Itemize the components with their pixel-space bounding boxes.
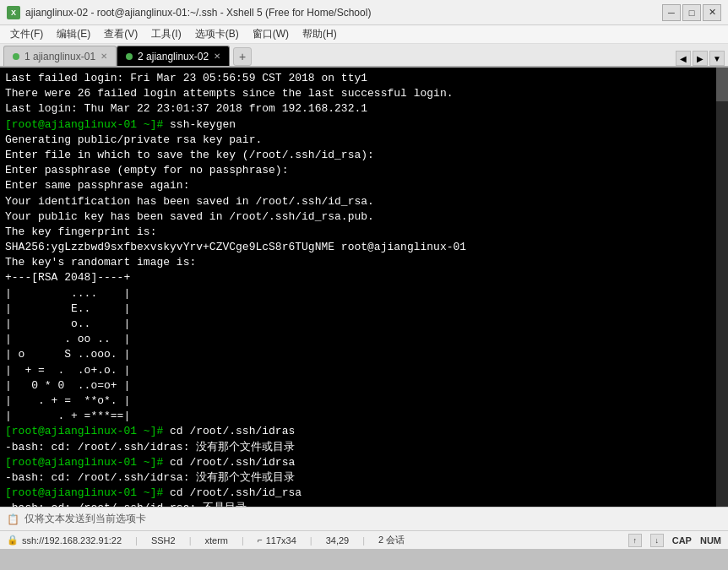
connection-status: 🔒 ssh://192.168.232.91:22 — [7, 535, 122, 546]
input-bar-icon: 📋 — [7, 513, 19, 525]
term-line-3: Last login: Thu Mar 22 23:01:37 2018 fro… — [5, 101, 723, 117]
status-right: ↑ ↓ CAP NUM — [628, 534, 721, 547]
tab-add-button[interactable]: + — [233, 47, 252, 66]
scrollbar-thumb[interactable] — [716, 68, 728, 101]
sessions-label: 2 会话 — [378, 534, 405, 546]
title-bar: X ajianglinux-02 - root@ajianglinux-01:~… — [0, 0, 728, 25]
size-icon: ⌐ — [258, 535, 263, 545]
term-line-29: -bash: cd: /root/.ssh/id_rsa: 不是目录 — [5, 501, 723, 507]
term-line-23: | . + =***==| — [5, 409, 723, 424]
term-line-24: [root@ajianglinux-01 ~]# cd /root/.ssh/i… — [5, 424, 723, 439]
size-label: 117x34 — [266, 535, 296, 546]
term-line-8: Enter same passphrase again: — [5, 178, 723, 193]
tab-label-2: 2 ajianglinux-02 — [138, 51, 209, 62]
term-line-13: The key's randomart image is: — [5, 255, 723, 270]
input-bar: 📋 仅将文本发送到当前选项卡 — [0, 507, 728, 530]
term-line-6: Enter file in which to save the key (/ro… — [5, 148, 723, 163]
term-line-25: -bash: cd: /root/.ssh/idras: 没有那个文件或目录 — [5, 440, 723, 455]
term-line-27: -bash: cd: /root/.ssh/idrsa: 没有那个文件或目录 — [5, 470, 723, 486]
status-bar: 🔒 ssh://192.168.232.91:22 | SSH2 | xterm… — [0, 530, 728, 549]
term-line-5: Generating public/private rsa key pair. — [5, 133, 723, 148]
term-line-26: [root@ajianglinux-01 ~]# cd /root/.ssh/i… — [5, 455, 723, 470]
tab-ajianglinux-01[interactable]: 1 ajianglinux-01 ✕ — [3, 46, 117, 66]
terminal-size: ⌐ 117x34 — [258, 535, 296, 546]
term-line-20: | + = . .o+.o. | — [5, 363, 723, 378]
tab-label-1: 1 ajianglinux-01 — [24, 51, 95, 62]
term-line-17: | o.. | — [5, 317, 723, 332]
menu-tools[interactable]: 工具(I) — [144, 25, 187, 43]
scroll-down-button[interactable]: ↓ — [650, 534, 664, 547]
term-line-12: SHA256:ygLzzbwd9sxfbexvskyvYrv+CZVCge9Lc… — [5, 240, 723, 255]
terminal-area[interactable]: Last failed login: Fri Mar 23 05:56:59 C… — [0, 68, 728, 507]
tab-bar: 1 ajianglinux-01 ✕ 2 ajianglinux-02 ✕ + … — [0, 44, 728, 68]
term-line-11: The key fingerprint is: — [5, 225, 723, 240]
tab-menu-button[interactable]: ▼ — [709, 51, 725, 66]
terminal-scrollbar[interactable] — [716, 68, 728, 507]
encoding-status: SSH2 — [151, 535, 176, 546]
encoding-label: SSH2 — [151, 535, 176, 546]
cursor-label: 34,29 — [326, 535, 350, 546]
input-bar-label: 仅将文本发送到当前选项卡 — [24, 512, 146, 526]
term-line-22: | . + = **o*. | — [5, 394, 723, 409]
numlock-indicator: NUM — [700, 535, 721, 546]
terminal-type: xterm — [205, 535, 229, 546]
menu-help[interactable]: 帮助(H) — [296, 25, 344, 43]
capslock-indicator: CAP — [672, 535, 692, 546]
term-line-16: | E.. | — [5, 301, 723, 317]
menu-edit[interactable]: 编辑(E) — [50, 25, 97, 43]
term-line-1: Last failed login: Fri Mar 23 05:56:59 C… — [5, 71, 723, 86]
term-line-9: Your identification has been saved in /r… — [5, 194, 723, 209]
app-icon: X — [7, 6, 20, 19]
tab-next-button[interactable]: ▶ — [693, 51, 708, 66]
scroll-up-button[interactable]: ↑ — [628, 534, 642, 547]
term-line-4: [root@ajianglinux-01 ~]# ssh-keygen — [5, 117, 723, 133]
term-line-10: Your public key has been saved in /root/… — [5, 209, 723, 225]
term-line-15: | .... | — [5, 286, 723, 301]
maximize-button[interactable]: □ — [682, 4, 701, 21]
lock-icon: 🔒 — [7, 535, 19, 546]
close-button[interactable]: ✕ — [703, 4, 721, 21]
tab-close-2[interactable]: ✕ — [214, 52, 220, 61]
term-line-28: [root@ajianglinux-01 ~]# cd /root/.ssh/i… — [5, 486, 723, 501]
term-line-21: | 0 * 0 ..o=o+ | — [5, 378, 723, 394]
tab-navigation: ◀ ▶ ▼ — [676, 51, 725, 66]
term-line-19: | o S ..ooo. | — [5, 347, 723, 362]
window-title: ajianglinux-02 - root@ajianglinux-01:~/.… — [25, 7, 662, 19]
connection-address: ssh://192.168.232.91:22 — [22, 535, 122, 546]
term-line-18: | . oo .. | — [5, 332, 723, 347]
menu-tabs[interactable]: 选项卡(B) — [188, 25, 246, 43]
menu-window[interactable]: 窗口(W) — [246, 25, 296, 43]
tab-status-dot — [13, 53, 19, 60]
cursor-position: 34,29 — [326, 535, 350, 546]
tab-prev-button[interactable]: ◀ — [676, 51, 691, 66]
terminal-label: xterm — [205, 535, 229, 546]
tab-ajianglinux-02[interactable]: 2 ajianglinux-02 ✕ — [117, 46, 230, 66]
menu-bar: 文件(F) 编辑(E) 查看(V) 工具(I) 选项卡(B) 窗口(W) 帮助(… — [0, 25, 728, 44]
minimize-button[interactable]: ─ — [662, 4, 681, 21]
window-controls: ─ □ ✕ — [662, 4, 721, 21]
menu-file[interactable]: 文件(F) — [3, 25, 50, 43]
term-line-7: Enter passphrase (empty for no passphras… — [5, 163, 723, 178]
term-line-14: +---[RSA 2048]----+ — [5, 270, 723, 285]
sessions-count: 2 会话 — [378, 534, 405, 546]
term-line-2: There were 26 failed login attempts sinc… — [5, 86, 723, 101]
tab-close-1[interactable]: ✕ — [101, 52, 107, 61]
menu-view[interactable]: 查看(V) — [97, 25, 144, 43]
tab-status-dot-2 — [126, 53, 133, 60]
